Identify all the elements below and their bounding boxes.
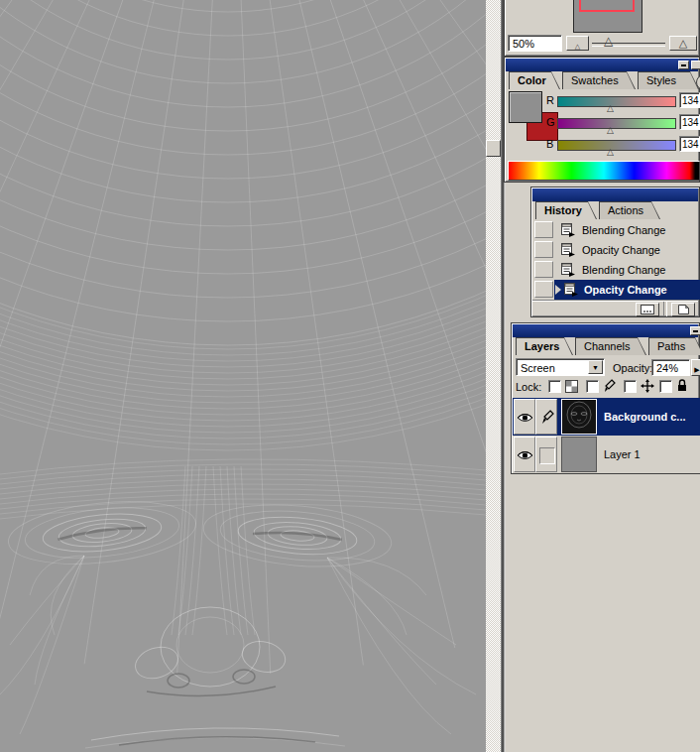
channel-b-input[interactable]: 134 <box>679 136 700 152</box>
tab-paths-label: Paths <box>649 338 700 355</box>
foreground-color-swatch[interactable] <box>509 91 542 123</box>
layer-thumbnail[interactable] <box>561 399 597 435</box>
zoom-in-icon: △ <box>679 37 687 49</box>
tab-layers-label: Layers <box>517 338 572 355</box>
history-state-row[interactable]: Opacity Change <box>532 240 700 260</box>
history-state-row-selected[interactable]: Opacity Change <box>532 280 700 300</box>
tab-swatches[interactable]: Swatches <box>562 71 636 89</box>
lock-all-checkbox[interactable] <box>659 380 672 393</box>
history-state-label: Blending Change <box>582 264 665 276</box>
lock-image-checkbox[interactable] <box>586 380 599 393</box>
channel-b-thumb[interactable]: △ <box>607 148 614 157</box>
history-state-row[interactable]: Blending Change <box>532 260 700 280</box>
chevron-right-icon: ▶ <box>694 366 699 373</box>
tab-paths[interactable]: Paths <box>648 337 700 355</box>
history-source-checkbox[interactable] <box>534 221 553 238</box>
minimize-icon <box>681 64 686 66</box>
snapshot-icon <box>672 304 694 315</box>
blend-mode-value: Screen <box>521 362 555 374</box>
lock-transparency-checkbox[interactable] <box>548 380 561 393</box>
zoom-out-button[interactable]: △ <box>566 36 589 51</box>
history-source-checkbox[interactable] <box>534 281 553 298</box>
history-panel-titlebar[interactable] <box>532 188 698 201</box>
color-panel-titlebar[interactable] <box>506 59 698 71</box>
channel-g-thumb[interactable]: △ <box>607 126 614 135</box>
document-canvas[interactable] <box>0 0 486 752</box>
visibility-cell[interactable] <box>514 437 535 472</box>
tab-color-label: Color <box>510 72 559 89</box>
history-state-icon <box>560 222 576 237</box>
channel-g-input[interactable]: 134 <box>679 114 700 130</box>
navigator-thumbnail[interactable] <box>573 0 642 33</box>
tab-styles[interactable]: Styles <box>638 71 699 89</box>
tab-styles-label: Styles <box>639 72 698 89</box>
history-state-icon <box>563 282 579 297</box>
tab-history-label: History <box>536 202 596 219</box>
history-source-checkbox[interactable] <box>534 241 553 258</box>
tab-actions[interactable]: Actions <box>599 201 660 219</box>
channel-r-thumb[interactable]: △ <box>607 104 614 113</box>
blend-mode-select[interactable]: Screen ▼ <box>516 358 605 376</box>
tab-color[interactable]: Color <box>509 71 560 89</box>
visibility-cell[interactable] <box>514 399 535 435</box>
channel-r-slider[interactable] <box>557 96 676 107</box>
brush-icon <box>540 410 554 425</box>
tab-actions-label: Actions <box>600 202 659 219</box>
eye-icon <box>517 449 533 461</box>
color-panel: Color Swatches Styles R △ 134 G △ 134 B … <box>504 57 700 183</box>
navigator-viewbox[interactable] <box>579 0 635 12</box>
tab-channels[interactable]: Channels <box>575 337 646 355</box>
button-divider <box>663 302 667 316</box>
blend-mode-dropdown-button[interactable]: ▼ <box>588 360 603 374</box>
layer-row-selected[interactable]: Background c... <box>513 398 700 436</box>
channel-r-input[interactable]: 134 <box>679 92 700 108</box>
tab-layers[interactable]: Layers <box>516 337 573 355</box>
lock-label: Lock: <box>516 381 541 393</box>
opacity-slider-button[interactable]: ▶ <box>691 359 700 376</box>
channel-b-slider[interactable] <box>557 140 676 151</box>
layer-thumbnail[interactable] <box>561 437 597 472</box>
navigator-panel: 50% △ △ △ <box>504 0 700 57</box>
history-panel: History Actions Blending Change Opacity … <box>530 187 700 317</box>
layer-row[interactable]: Layer 1 <box>513 436 700 473</box>
close-button[interactable] <box>691 61 700 69</box>
history-state-label: Blending Change <box>582 224 665 236</box>
lock-transparency-icon <box>565 380 578 393</box>
history-state-label: Opacity Change <box>582 244 660 256</box>
scrollbar-thumb[interactable] <box>486 140 501 157</box>
history-state-icon <box>560 242 576 257</box>
photoshop-workspace: { "colors": { "workspace_bg": "#d4d0c8",… <box>0 0 700 752</box>
current-state-marker <box>555 285 561 295</box>
history-state-row[interactable]: Blending Change <box>532 220 700 240</box>
color-spectrum-ramp[interactable] <box>508 161 700 181</box>
link-cell[interactable] <box>535 437 557 472</box>
channel-g-slider[interactable] <box>557 118 676 129</box>
collapse-button[interactable] <box>678 61 689 69</box>
layers-panel: Layers Channels Paths Screen ▼ Opacity: … <box>511 322 700 474</box>
history-source-checkbox[interactable] <box>534 261 553 278</box>
opacity-input[interactable]: 24% <box>651 359 690 376</box>
collapse-button[interactable] <box>690 326 700 335</box>
face-mesh <box>0 0 486 752</box>
zoom-in-button[interactable]: △ <box>669 36 697 51</box>
new-document-icon <box>637 304 658 315</box>
tab-channels-label: Channels <box>576 338 645 355</box>
minimize-icon <box>693 330 698 332</box>
opacity-label: Opacity: <box>613 362 652 374</box>
zoom-out-icon: △ <box>575 43 580 50</box>
lock-image-brush-icon <box>603 379 616 393</box>
layers-panel-titlebar[interactable] <box>513 324 698 337</box>
channel-g-value: 134 <box>682 117 699 128</box>
lock-position-checkbox[interactable] <box>624 380 637 393</box>
new-document-from-state-button[interactable] <box>636 303 659 316</box>
active-paint-cell[interactable] <box>535 399 557 435</box>
new-snapshot-button[interactable] <box>671 303 695 316</box>
channel-b-label: B <box>546 138 553 150</box>
tab-history[interactable]: History <box>535 201 597 219</box>
channel-b-value: 134 <box>682 139 699 150</box>
navigator-zoom-input[interactable]: 50% <box>508 35 562 52</box>
opacity-value: 24% <box>656 362 678 374</box>
eye-icon <box>517 412 533 424</box>
navigator-slider-thumb[interactable]: △ <box>604 35 613 47</box>
canvas-vertical-scrollbar[interactable] <box>486 0 502 752</box>
